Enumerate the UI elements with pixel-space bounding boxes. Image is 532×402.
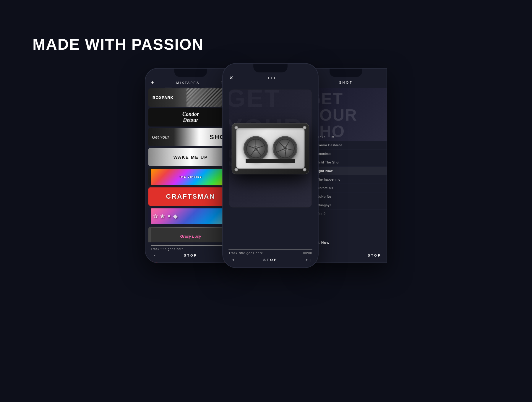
close-button[interactable]: ✕ [229,75,234,81]
cassette-3d-area: GET YOURSHOT [223,83,318,214]
cassette-getyourshot[interactable]: Get Your SHOT [148,128,233,146]
track-name-7: NoNo No [317,195,331,198]
reel-left [244,136,268,161]
cassette-gracylucy-inner: Gracy Lucy [151,228,231,244]
cassette-title: TITLE [262,76,278,80]
track-name-1: Karma Bastarda [317,143,342,147]
player-info: Track title goes here 00:00 [151,247,231,251]
track-name-5: The happening [317,178,340,181]
add-button[interactable]: + [151,79,155,86]
phone2-player: Track title goes here 00:00 | < STOP > | [223,246,318,267]
cassette-craftsman[interactable]: CRAFTSMAN [148,187,233,206]
track2-title: Track title goes here [228,252,263,255]
cassette-condor[interactable]: CondorDetour [148,108,233,127]
shot-title: SHOT [339,81,353,84]
player2-progress-line [228,249,312,250]
track-name-2: Anonimo [317,152,331,155]
phone-cassette: ✕ TITLE GET YOURSHOT [222,63,319,268]
track-name-6: Motore n9 [317,186,333,190]
stop2-button[interactable]: STOP [263,258,278,262]
cassette-colorful[interactable]: THE DIRTIES [148,168,233,186]
cassette-getyour-label: Get Your [152,135,169,140]
cassette-gracylucy-label: Gracy Lucy [180,234,201,239]
cassette-craftsman-label: CRAFTSMAN [166,193,215,200]
page-title: MADE WITH PASSION [33,35,204,53]
notch-3 [330,69,362,77]
next2-button[interactable]: > | [306,258,312,262]
cassette-wakemeup[interactable]: WAKE ME UP [148,148,233,166]
cassette-boxpark-label: BOXPARK [153,95,173,100]
track-title: Track title goes here [151,247,184,251]
player3-controls: | < STOP [310,254,381,257]
player-controls: | < STOP > | [151,254,231,257]
cassette-abstract-inner: ☆ ★ ✦ ◆ [151,208,231,224]
track2-time: 00:00 [303,252,312,255]
track-name-3: Until The Shot [317,161,340,164]
player-progress-line [151,245,231,246]
player2-info: Track title goes here 00:00 [228,252,312,255]
reel-right [273,136,297,161]
mixtapes-title: MIXTAPES [176,81,200,85]
cassette-boxpark[interactable]: BOXPARK [148,88,233,107]
cassette-wakemeup-label: WAKE ME UP [173,155,208,160]
stop-button[interactable]: STOP [184,254,197,257]
player2-controls: | < STOP > | [228,258,312,262]
prev2-button[interactable]: | < [228,258,235,262]
stop3-button[interactable]: STOP [368,254,381,257]
cassette-dirties-label: THE DIRTIES [179,175,202,178]
cassette-abstract[interactable]: ☆ ★ ✦ ◆ [148,207,233,226]
track-name-8: Wuagaya [317,203,332,207]
notch-1 [174,69,207,77]
notch-2 [253,64,288,72]
cassette-condor-label: CondorDetour [182,111,199,123]
prev-button[interactable]: | < [151,254,157,257]
phones-container: BELT APES + MIXTAPES EDIT BOXPARK Condor… [0,68,532,263]
cassette-colorful-inner: THE DIRTIES [151,169,231,185]
